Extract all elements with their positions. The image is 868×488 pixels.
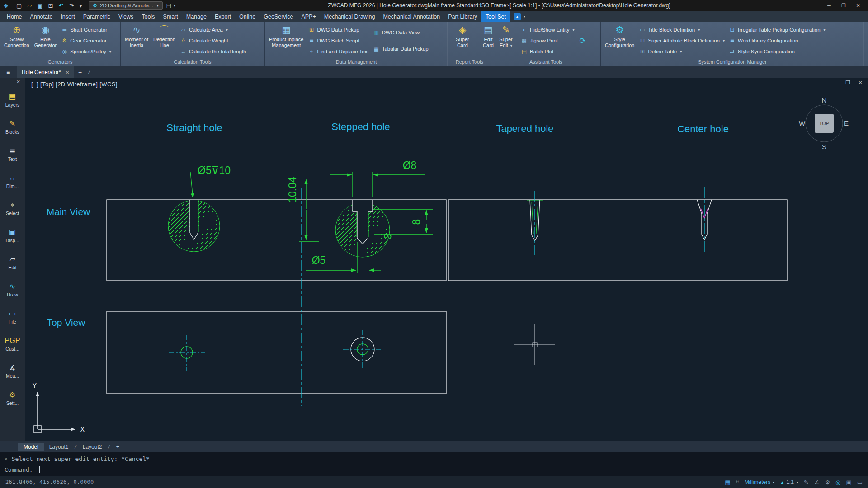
annotation-scale-selector[interactable]: ▲ 1:1 ▾ (780, 479, 798, 485)
menu-tool-set[interactable]: Tool Set (481, 11, 510, 22)
sidebar-item-customize[interactable]: PGP Cust... (0, 330, 25, 357)
redo-button[interactable]: ↷ (69, 2, 74, 9)
close-button[interactable]: ✕ (852, 3, 864, 9)
straight-hole-geometry[interactable] (168, 200, 220, 252)
viewport-controls[interactable]: [−] [Top] [2D Wireframe] [WCS] (31, 81, 118, 88)
sidebar-item-text[interactable]: ≣ Text (0, 141, 25, 168)
new-layout-button[interactable]: + (111, 443, 125, 451)
irregular-table-pickup-configuration-button[interactable]: ⊡ Irregular Table Pickup Configuration ▾ (729, 25, 826, 34)
refresh-icon[interactable]: ⟳ (578, 36, 588, 46)
sidebar-item-draw[interactable]: ∿ Draw (0, 276, 25, 303)
jigsaw-print-button[interactable]: ▩ Jigsaw Print ▾ (521, 36, 575, 45)
sidebar-item-layers[interactable]: ▤ Layers (0, 86, 25, 113)
batch-plot-button[interactable]: ▤ Batch Plot ▾ (521, 47, 575, 56)
menu-export[interactable]: Export (211, 11, 235, 22)
calculate-area-button[interactable]: ▱ Calculate Area ▾ (180, 25, 246, 34)
app-icon[interactable]: ◆ (0, 2, 12, 9)
hardware-acceleration-toggle[interactable]: ▣ (846, 479, 851, 486)
doc-restore-button[interactable]: ❐ (845, 80, 850, 86)
drawing-area[interactable]: [−] [Top] [2D Wireframe] [WCS] ─ ❐ ✕ (25, 78, 868, 441)
straight-hole-dimension[interactable]: Ø5⊽10 (190, 164, 231, 198)
word-library-configuration-button[interactable]: ≣ Word library Configuration ▾ (729, 36, 826, 45)
sidebar-item-edit[interactable]: ▱ Edit (0, 249, 25, 276)
menu-annotate[interactable]: Annotate (26, 11, 57, 22)
save-button[interactable]: ▣ (37, 2, 42, 9)
sidebar-item-dimension[interactable]: ↔ Dim... (0, 168, 25, 195)
menu-views[interactable]: Views (114, 11, 137, 22)
quick-access-dropdown[interactable]: ▾ (79, 2, 82, 9)
define-table-button[interactable]: ⊞ Define Table ▾ (639, 47, 725, 56)
layout-menu-icon[interactable]: ≡ (5, 443, 17, 450)
maximize-button[interactable]: ❐ (837, 3, 850, 9)
new-file-button[interactable]: ▢ (16, 2, 22, 9)
close-icon[interactable]: ✕ (16, 79, 20, 86)
close-icon[interactable]: ✕ (66, 70, 69, 75)
undo-button[interactable]: ↶ (59, 2, 64, 9)
menu-insert[interactable]: Insert (57, 11, 79, 22)
minimize-button[interactable]: ─ (823, 3, 835, 9)
menu-geoservice[interactable]: GeoService (259, 11, 297, 22)
menu-smart[interactable]: Smart (159, 11, 182, 22)
drawing-canvas[interactable]: Ø5⊽10 Ø8 (25, 78, 868, 441)
close-icon[interactable]: ✕ (5, 456, 8, 462)
hole-type-labels[interactable]: Straight hole Stepped hole Tapered hole … (166, 121, 729, 135)
menu-tools[interactable]: Tools (137, 11, 159, 22)
find-and-replace-text-button[interactable]: ⌖ Find and Replace Text ▾ (308, 47, 368, 56)
style-configuration-button[interactable]: ⚙ StyleConfiguration (604, 23, 636, 58)
title-block-definition-button[interactable]: ▭ Title Block Definition ▾ (639, 25, 725, 34)
super-attribute-block-definition-button[interactable]: ⊟ Super Attribute Block Definition ▾ (639, 36, 725, 45)
dwg-data-pickup-button[interactable]: ⊞ DWG Data Pickup ▾ (308, 25, 368, 34)
sidebar-item-measure[interactable]: ∡ Mea... (0, 357, 25, 385)
ribbon-display-toggle[interactable]: ▴ ▾ (514, 13, 525, 20)
clean-screen-button[interactable]: ▭ (857, 479, 863, 486)
sidebar-item-settings[interactable]: ⚙ Sett... (0, 385, 25, 412)
top-view-straight-hole[interactable] (169, 335, 205, 371)
unit-selector[interactable]: Millimeters ▾ (745, 479, 774, 485)
plot-button[interactable]: ⊡ (48, 2, 53, 9)
style-sync-configuration-button[interactable]: ⇄ Style Sync Configuration ▾ (729, 47, 826, 56)
stepped-hole-geometry[interactable] (335, 200, 390, 257)
sidebar-item-display[interactable]: ▣ Disp... (0, 222, 25, 249)
settings-button[interactable]: ⚙ (825, 479, 830, 486)
menu-online[interactable]: Online (235, 11, 259, 22)
isolate-objects-button[interactable]: ◎ (835, 479, 840, 486)
calculate-weight-button[interactable]: ◊ Calculate Weight ▾ (180, 36, 246, 45)
screw-connection-button[interactable]: ⊕ ScrewConnection (3, 23, 31, 58)
snap-toggle[interactable]: ⌗ (736, 479, 739, 486)
menu-manage[interactable]: Manage (182, 11, 211, 22)
workspace-selector[interactable]: ⚙ 2D Drafting & Annota... ▾ (89, 1, 163, 10)
hole-generator-button[interactable]: ◉ HoleGenerator (33, 23, 58, 58)
doctab-hole-generator[interactable]: Hole Generator* ✕ (17, 66, 74, 78)
top-view-plate[interactable] (107, 311, 446, 394)
menu-mechanical-annotation[interactable]: Mechanical Annotation (379, 11, 444, 22)
menu-part-library[interactable]: Part Library (444, 11, 481, 22)
product-inplace-management-button[interactable]: ▦ Product InplaceManagement (268, 23, 305, 58)
document-switch-button[interactable]: ▤ ▾ (166, 2, 175, 9)
view-labels[interactable]: Main View Top View (47, 206, 90, 328)
sidebar-item-select[interactable]: ⌖ Select (0, 195, 25, 222)
layout-separator[interactable]: / (74, 443, 77, 451)
sidebar-item-file[interactable]: ▭ File (0, 303, 25, 330)
grid-toggle[interactable]: ▦ (725, 479, 730, 486)
gear-generator-button[interactable]: ⚙ Gear Generator ▾ (61, 36, 111, 45)
main-view-plate-left[interactable] (107, 200, 446, 281)
command-caret[interactable] (39, 466, 40, 473)
dwg-batch-script-button[interactable]: ≣ DWG Batch Script ▾ (308, 36, 368, 45)
tab-layout2[interactable]: Layout2 (77, 443, 108, 451)
shaft-generator-button[interactable]: ═ Shaft Generator ▾ (61, 25, 111, 34)
hide-show-entity-button[interactable]: ◐ Hide/Show Entity ▾ (521, 25, 575, 34)
super-card-button[interactable]: ◈ SuperCard (451, 23, 474, 58)
tabular-data-pickup-button[interactable]: ▦ Tabular Data Pickup ▾ (373, 44, 429, 53)
sprocket-pulley-button[interactable]: ◎ Sprocket/Pulley ▾ (61, 47, 111, 56)
deflection-line-button[interactable]: ⌒ DeflectionLine (152, 23, 177, 58)
annotation-toggle[interactable]: ✎ (804, 479, 809, 486)
calculate-total-length-button[interactable]: ↔ Calculate the total length ▾ (180, 47, 246, 56)
sidebar-item-blocks[interactable]: ✎ Blocks (0, 113, 25, 141)
doc-minimize-button[interactable]: ─ (834, 80, 838, 86)
top-view-stepped-hole[interactable] (343, 330, 382, 368)
tab-model[interactable]: Model (18, 443, 44, 451)
dwg-data-view-button[interactable]: ▥ DWG Data View ▾ (373, 28, 429, 37)
view-compass[interactable]: N W E S TOP (799, 96, 849, 150)
layout-separator[interactable]: / (107, 443, 110, 451)
polar-tracking-toggle[interactable]: ∠ (814, 479, 820, 486)
